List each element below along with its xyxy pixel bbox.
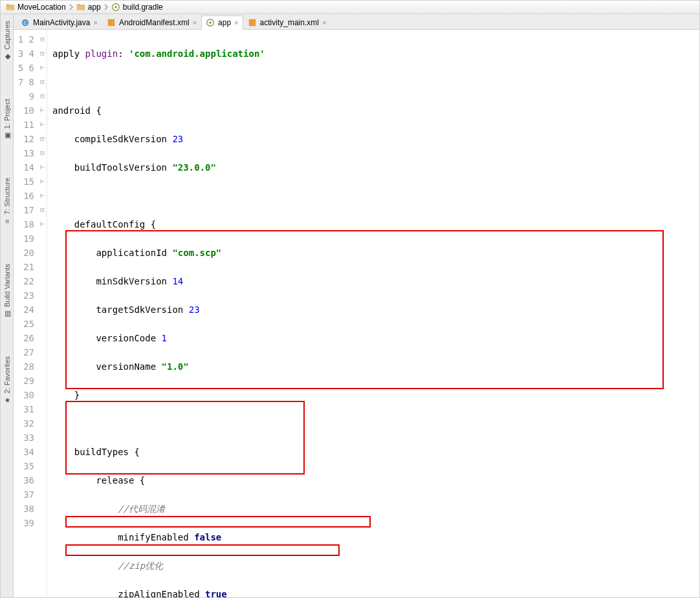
close-icon[interactable]: × [322,19,326,27]
close-icon[interactable]: × [193,19,197,27]
tool-label: 1: Project [3,99,11,129]
xml-icon [248,18,257,27]
tab-mainactivity[interactable]: C MainActivity.java × [16,16,102,29]
tab-label: MainActivity.java [33,18,90,27]
code-editor[interactable]: 1 2 3 4 5 6 7 8 9 10 11 12 13 14 15 16 1… [14,30,699,597]
tool-label: 7: Structure [3,178,11,215]
tab-manifest[interactable]: AndroidManifest.xml × [102,16,201,29]
highlight-box-sourcesets [65,401,305,475]
svg-rect-7 [248,19,256,27]
project-icon: ▣ [3,131,11,139]
breadcrumb-item-project[interactable]: MoveLocation [3,1,69,13]
close-icon[interactable]: × [234,19,238,27]
captures-icon: ◆ [3,52,11,60]
tab-activity-main[interactable]: activity_main.xml × [243,16,331,29]
structure-icon: ≡ [3,217,11,225]
breadcrumb-item-module[interactable]: app [74,1,104,13]
chevron-right-icon [104,1,109,13]
chevron-right-icon [69,1,74,13]
folder-icon [76,3,85,12]
tool-structure[interactable]: ≡ 7: Structure [3,178,11,225]
svg-point-1 [115,6,117,8]
tool-captures[interactable]: ◆ Captures [3,21,11,60]
tab-label: app [218,18,231,27]
folder-icon [6,3,15,12]
editor-area: C MainActivity.java × AndroidManifest.xm… [14,14,699,597]
svg-rect-4 [108,19,115,27]
java-icon: C [21,18,30,27]
breadcrumb-label: build.gradle [123,3,163,12]
xml-icon [107,18,116,27]
line-gutter: 1 2 3 4 5 6 7 8 9 10 11 12 13 14 15 16 1… [14,30,38,597]
svg-point-6 [209,21,212,24]
gradle-icon [206,18,215,27]
tool-label: Captures [3,21,11,50]
breadcrumb-label: app [88,3,101,12]
tab-label: activity_main.xml [260,18,319,27]
tab-label: AndroidManifest.xml [119,18,190,27]
breadcrumb-label: MoveLocation [17,3,66,12]
gradle-icon [111,3,120,12]
svg-text:C: C [23,21,27,25]
breadcrumb-item-file[interactable]: build.gradle [109,1,166,13]
tool-label: Build Variants [3,264,11,307]
code-content[interactable]: apply plugin: 'com.android.application' … [47,30,699,597]
breadcrumb: MoveLocation app build.gradle [0,0,700,14]
star-icon: ★ [3,396,11,404]
highlight-box-filetree [65,516,371,528]
tool-label: 2: Favorites [3,356,11,393]
fold-bar[interactable]: ⊟ ⊟ ⊢ ⊟ ⊟ ⊢ ⊢ ⊟ ⊟ ⊢ ⊢ ⊢ ⊟ ⊢ [38,30,47,597]
editor-tabs: C MainActivity.java × AndroidManifest.xm… [14,14,699,30]
tool-favorites[interactable]: ★ 2: Favorites [3,356,11,403]
highlight-box-files [65,544,340,556]
tab-app[interactable]: app × [201,16,243,30]
main-area: ◆ Captures ▣ 1: Project ≡ 7: Structure ▤… [0,14,700,598]
build-variants-icon: ▤ [3,310,11,317]
tool-window-bar: ◆ Captures ▣ 1: Project ≡ 7: Structure ▤… [1,14,14,597]
close-icon[interactable]: × [93,19,97,27]
tool-project[interactable]: ▣ 1: Project [3,99,11,139]
tool-build-variants[interactable]: ▤ Build Variants [3,264,11,317]
